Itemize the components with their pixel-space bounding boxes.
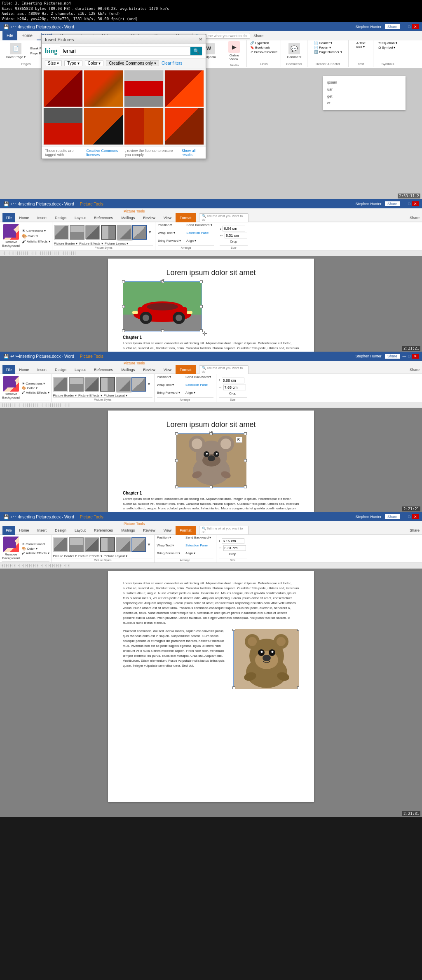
bing-thumb-3[interactable] — [124, 70, 164, 107]
style-thumb-3-4[interactable] — [100, 377, 115, 392]
filter-color[interactable]: Color ▾ — [85, 60, 104, 66]
bing-footer-link[interactable]: Creative Commons licenses — [87, 149, 124, 157]
btn-picture-border-2[interactable]: Picture Border ▾ — [54, 242, 77, 245]
btn-footer[interactable]: 📄 Footer ▾ — [314, 46, 331, 49]
btn-wrap-text-2[interactable]: Wrap Text ▾ — [158, 231, 186, 238]
btn-align-2[interactable]: Align ▾ — [186, 239, 214, 246]
tell-me-4[interactable]: 🔍 Tell me what you want to do — [199, 526, 249, 535]
style-thumb-s2[interactable] — [70, 225, 84, 240]
tab-file-1[interactable]: File — [2, 31, 17, 40]
bing-thumb-2[interactable] — [84, 70, 123, 107]
b-handle-tl[interactable] — [232, 629, 235, 631]
style-thumb-3-selected[interactable] — [131, 377, 146, 392]
size-width-input-2[interactable] — [225, 233, 247, 238]
share-btn-1[interactable]: Share — [385, 24, 400, 29]
max-btn-2[interactable]: □ — [408, 202, 410, 206]
k-handle-tr[interactable] — [244, 432, 247, 435]
redo-icon[interactable]: ↪ — [15, 24, 19, 30]
btn-online-video[interactable]: ▶ OnlineVideo — [226, 40, 242, 62]
btn-textbox[interactable]: A TextBox ▾ — [356, 41, 366, 49]
tab-mailings-2[interactable]: Mailings — [117, 213, 139, 222]
tab-view-4[interactable]: View — [159, 526, 176, 535]
tab-review-3[interactable]: Review — [139, 365, 159, 374]
btn-remove-bg-4[interactable]: Remove Background — [2, 536, 20, 561]
filter-size[interactable]: Size ▾ — [45, 60, 62, 66]
btn-corrections-3[interactable]: ☀ Corrections ▾ — [22, 382, 49, 385]
min-btn-3[interactable]: — — [403, 354, 406, 358]
style-thumb-3-5[interactable] — [116, 377, 131, 392]
btn-picture-effects-2[interactable]: Picture Effects ▾ — [79, 242, 103, 245]
btn-cross-ref[interactable]: ↗ Cross-reference — [250, 50, 278, 54]
btn-remove-bg-2[interactable]: Remove Background — [2, 223, 20, 249]
tab-home-3[interactable]: Home — [15, 365, 33, 374]
btn-picture-layout-3[interactable]: Picture Layout ▾ — [104, 394, 127, 397]
btn-align-4[interactable]: Align ▾ — [185, 551, 213, 558]
bing-dialog-close[interactable]: ✕ — [199, 37, 202, 42]
btn-selection-pane-3[interactable]: Selection Pane — [185, 383, 213, 390]
tab-references-3[interactable]: References — [90, 365, 117, 374]
redo-icon-4[interactable]: ↪ — [15, 514, 19, 520]
btn-picture-border-3[interactable]: Picture Border ▾ — [53, 394, 77, 397]
style-thumb-4-4[interactable] — [100, 537, 115, 552]
k-handle-mr[interactable] — [244, 459, 247, 462]
btn-hyperlink[interactable]: 🔗 Hyperlink — [250, 41, 269, 45]
tab-mailings-3[interactable]: Mailings — [117, 365, 139, 374]
style-thumb-4-3[interactable] — [84, 537, 99, 552]
btn-bookmark[interactable]: 🔖 Bookmark — [250, 46, 270, 49]
style-more-btn-3[interactable]: ▼ — [147, 382, 151, 386]
style-thumb-s3[interactable] — [85, 225, 100, 240]
size-height-input-4[interactable] — [222, 538, 244, 544]
btn-wrap-text-4[interactable]: Wrap Text ▾ — [157, 544, 185, 551]
save-icon[interactable]: 💾 — [3, 24, 9, 30]
tab-insert-3[interactable]: Insert — [33, 365, 51, 374]
btn-cover-page[interactable]: 📄 Cover Page ▾ — [3, 42, 28, 60]
handle-bm[interactable] — [161, 329, 164, 332]
k-handle-ml[interactable] — [175, 459, 178, 462]
style-thumb-4-sel[interactable] — [131, 537, 146, 552]
tab-layout-2[interactable]: Layout — [70, 213, 90, 222]
bing-thumb-5[interactable] — [43, 108, 83, 145]
btn-send-backward-4[interactable]: Send Backward ▾ — [185, 536, 213, 543]
btn-crop-3[interactable]: Crop — [219, 392, 247, 395]
redo-icon-3[interactable]: ↪ — [15, 354, 19, 359]
tab-file-4[interactable]: File — [2, 526, 15, 535]
size-width-input-4[interactable] — [223, 545, 246, 551]
bing-footer-show-all[interactable]: Show all results — [182, 149, 202, 157]
close-btn-3[interactable]: ✕ — [412, 354, 419, 359]
style-thumb-4-1[interactable] — [53, 537, 68, 552]
k-handle-br[interactable] — [244, 485, 247, 488]
btn-color-2[interactable]: 🎨 Color ▾ — [22, 234, 50, 238]
tab-insert-4[interactable]: Insert — [33, 526, 51, 535]
btn-artistic-3[interactable]: 🖌 Artistic Effects ▾ — [22, 391, 49, 394]
btn-bring-forward-4[interactable]: Bring Forward ▾ — [157, 551, 185, 558]
btn-position-3[interactable]: Position ▾ — [157, 375, 185, 382]
max-btn-3[interactable]: □ — [408, 354, 410, 358]
btn-send-backward-3[interactable]: Send Backward ▾ — [185, 375, 213, 382]
tab-format-2[interactable]: Format — [176, 213, 196, 222]
undo-icon[interactable]: ↩ — [10, 24, 14, 30]
tab-review-2[interactable]: Review — [139, 213, 159, 222]
style-thumb-s5[interactable] — [117, 225, 131, 240]
share-btn-4[interactable]: Share — [385, 514, 400, 519]
bing-thumb-8[interactable] — [164, 108, 204, 145]
save-icon-2[interactable]: 💾 — [3, 201, 9, 207]
ferrari-image-container[interactable]: ↺ ✛ — [123, 281, 202, 331]
handle-tl[interactable] — [122, 280, 125, 283]
tab-view-3[interactable]: View — [159, 365, 176, 374]
style-more-btn-4[interactable]: ▼ — [147, 542, 151, 547]
btn-selection-pane-4[interactable]: Selection Pane — [185, 544, 213, 551]
style-thumb-4-2[interactable] — [69, 537, 84, 552]
redo-icon-2[interactable]: ↪ — [15, 201, 19, 207]
btn-position-4[interactable]: Position ▾ — [157, 536, 185, 543]
max-btn-4[interactable]: □ — [408, 515, 410, 519]
b-handle-br[interactable] — [297, 686, 299, 689]
size-height-input-3[interactable] — [222, 378, 244, 383]
k-handle-tl[interactable] — [175, 432, 178, 435]
filter-cc[interactable]: Creative Commons only ▾ — [106, 60, 159, 66]
close-btn-1[interactable]: ✕ — [412, 24, 419, 29]
b-handle-bl[interactable] — [232, 686, 235, 689]
bear-image-container[interactable] — [233, 629, 299, 688]
btn-picture-effects-3[interactable]: Picture Effects ▾ — [78, 394, 102, 397]
undo-icon-4[interactable]: ↩ — [10, 514, 14, 520]
size-width-input-3[interactable] — [223, 385, 246, 390]
